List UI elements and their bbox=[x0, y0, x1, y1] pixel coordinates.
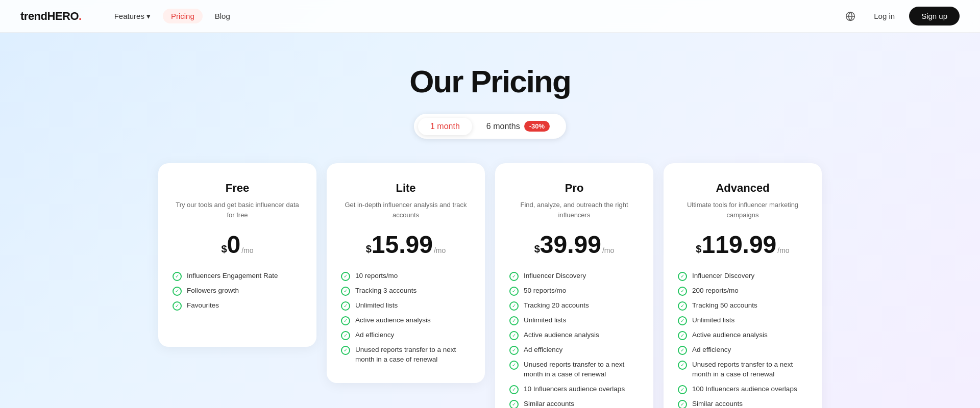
price-period: /mo bbox=[434, 247, 446, 254]
check-icon: ✓ bbox=[509, 346, 519, 355]
nav-features[interactable]: Features ▾ bbox=[106, 9, 159, 24]
plan-description: Find, analyze, and outreach the right in… bbox=[509, 200, 639, 220]
feature-item: ✓ Tracking 50 accounts bbox=[678, 301, 807, 311]
signup-button[interactable]: Sign up bbox=[909, 7, 960, 26]
card-free: Free Try our tools and get basic influen… bbox=[158, 163, 316, 347]
feature-text: Tracking 50 accounts bbox=[692, 301, 757, 311]
plan-price: $ 119.99 /mo bbox=[678, 233, 807, 257]
language-button[interactable] bbox=[841, 7, 860, 26]
check-icon: ✓ bbox=[509, 400, 519, 408]
discount-badge: -30% bbox=[524, 121, 550, 132]
check-icon: ✓ bbox=[341, 287, 350, 296]
feature-text: Tracking 20 accounts bbox=[524, 301, 589, 311]
features-list: ✓ Influencer Discovery ✓ 50 reports/mo ✓… bbox=[509, 271, 639, 408]
check-icon: ✓ bbox=[678, 316, 687, 325]
card-pro: Pro Find, analyze, and outreach the righ… bbox=[495, 163, 653, 408]
check-icon: ✓ bbox=[173, 272, 182, 281]
feature-item: ✓ Tracking 20 accounts bbox=[509, 301, 639, 311]
feature-text: Followers growth bbox=[187, 286, 239, 296]
price-amount: 39.99 bbox=[540, 233, 601, 257]
feature-item: ✓ Favourites bbox=[173, 301, 302, 311]
feature-item: ✓ Unused reports transfer to a next mont… bbox=[509, 360, 639, 379]
feature-text: Influencers Engagement Rate bbox=[187, 271, 278, 281]
plan-name: Advanced bbox=[678, 182, 807, 195]
price-amount: 0 bbox=[227, 233, 241, 257]
billing-toggle: 1 month 6 months -30% bbox=[414, 114, 566, 139]
toggle-1month[interactable]: 1 month bbox=[418, 118, 472, 135]
feature-text: Ad efficiency bbox=[524, 345, 562, 355]
feature-item: ✓ Ad efficiency bbox=[341, 330, 471, 340]
check-icon: ✓ bbox=[509, 331, 519, 340]
price-period: /mo bbox=[241, 247, 253, 254]
check-icon: ✓ bbox=[509, 272, 519, 281]
features-list: ✓ 10 reports/mo ✓ Tracking 3 accounts ✓ … bbox=[341, 271, 471, 365]
plan-price: $ 0 /mo bbox=[173, 233, 302, 257]
feature-item: ✓ 10 reports/mo bbox=[341, 271, 471, 281]
feature-item: ✓ Followers growth bbox=[173, 286, 302, 296]
feature-text: Favourites bbox=[187, 301, 219, 311]
feature-item: ✓ Active audience analysis bbox=[509, 330, 639, 340]
feature-item: ✓ Influencer Discovery bbox=[509, 271, 639, 281]
plan-name: Lite bbox=[341, 182, 471, 195]
price-period: /mo bbox=[602, 247, 614, 254]
logo[interactable]: trendHERO. bbox=[20, 10, 82, 23]
feature-item: ✓ 200 reports/mo bbox=[678, 286, 807, 296]
plan-description: Ultimate tools for influencer marketing … bbox=[678, 200, 807, 220]
feature-item: ✓ 10 Influencers audience overlaps bbox=[509, 385, 639, 394]
check-icon: ✓ bbox=[678, 361, 687, 370]
feature-text: Influencer Discovery bbox=[524, 271, 586, 281]
toggle-6months[interactable]: 6 months -30% bbox=[474, 117, 562, 136]
feature-text: Unused reports transfer to a next month … bbox=[524, 360, 639, 379]
logo-dot: . bbox=[79, 10, 82, 22]
price-dollar: $ bbox=[534, 244, 540, 254]
feature-item: ✓ Tracking 3 accounts bbox=[341, 286, 471, 296]
plan-price: $ 39.99 /mo bbox=[509, 233, 639, 257]
plan-name: Pro bbox=[509, 182, 639, 195]
feature-text: Unlimited lists bbox=[355, 301, 398, 311]
nav-links: Features ▾ Pricing Blog bbox=[106, 9, 842, 24]
check-icon: ✓ bbox=[341, 316, 350, 325]
main-content: Our Pricing 1 month 6 months -30% Free T… bbox=[0, 33, 980, 408]
nav-pricing[interactable]: Pricing bbox=[163, 9, 203, 23]
check-icon: ✓ bbox=[341, 331, 350, 340]
pricing-cards: Free Try our tools and get basic influen… bbox=[158, 163, 822, 408]
feature-item: ✓ Unlimited lists bbox=[678, 316, 807, 325]
feature-text: Ad efficiency bbox=[355, 330, 394, 340]
feature-item: ✓ Active audience analysis bbox=[678, 330, 807, 340]
feature-text: 100 Influencers audience overlaps bbox=[692, 385, 797, 394]
login-button[interactable]: Log in bbox=[868, 9, 901, 23]
logo-bold: HERO bbox=[47, 10, 79, 22]
check-icon: ✓ bbox=[341, 301, 350, 311]
card-advanced: Advanced Ultimate tools for influencer m… bbox=[664, 163, 822, 408]
check-icon: ✓ bbox=[509, 287, 519, 296]
feature-item: ✓ Active audience analysis bbox=[341, 316, 471, 325]
plan-price: $ 15.99 /mo bbox=[341, 233, 471, 257]
check-icon: ✓ bbox=[678, 331, 687, 340]
check-icon: ✓ bbox=[173, 301, 182, 311]
feature-item: ✓ Unused reports transfer to a next mont… bbox=[341, 345, 471, 365]
feature-text: Active audience analysis bbox=[692, 330, 768, 340]
plan-description: Get in-depth influencer analysis and tra… bbox=[341, 200, 471, 220]
price-amount: 15.99 bbox=[372, 233, 433, 257]
navbar: trendHERO. Features ▾ Pricing Blog Log i… bbox=[0, 0, 980, 33]
plan-description: Try our tools and get basic influencer d… bbox=[173, 200, 302, 220]
price-dollar: $ bbox=[696, 244, 701, 254]
feature-item: ✓ Similar accounts bbox=[509, 399, 639, 408]
page-title: Our Pricing bbox=[409, 63, 571, 99]
check-icon: ✓ bbox=[509, 301, 519, 311]
feature-text: Similar accounts bbox=[692, 399, 743, 408]
feature-item: ✓ Unused reports transfer to a next mont… bbox=[678, 360, 807, 379]
nav-blog[interactable]: Blog bbox=[207, 9, 238, 23]
feature-item: ✓ Influencers Engagement Rate bbox=[173, 271, 302, 281]
feature-text: Unused reports transfer to a next month … bbox=[355, 345, 471, 365]
check-icon: ✓ bbox=[341, 272, 350, 281]
check-icon: ✓ bbox=[509, 316, 519, 325]
feature-item: ✓ Similar accounts bbox=[678, 399, 807, 408]
check-icon: ✓ bbox=[678, 400, 687, 408]
price-period: /mo bbox=[777, 247, 789, 254]
feature-text: Unused reports transfer to a next month … bbox=[692, 360, 807, 379]
feature-text: Active audience analysis bbox=[355, 316, 431, 325]
feature-text: Similar accounts bbox=[524, 399, 574, 408]
feature-item: ✓ Unlimited lists bbox=[341, 301, 471, 311]
feature-item: ✓ Unlimited lists bbox=[509, 316, 639, 325]
